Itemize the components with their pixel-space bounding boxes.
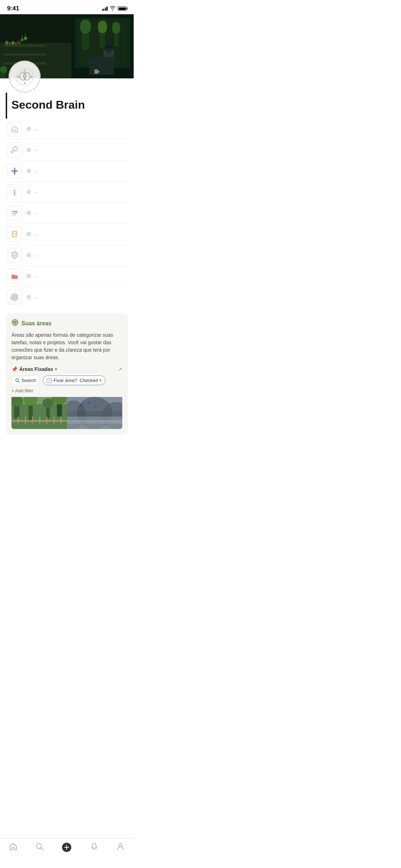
expand-icon[interactable]: ↗ [118, 366, 122, 372]
svg-rect-91 [67, 422, 123, 429]
svg-rect-55 [12, 275, 17, 279]
gear-icon[interactable]: ⚙ [26, 126, 31, 132]
svg-rect-45 [14, 172, 15, 175]
ellipsis-icon[interactable]: ··· [34, 273, 38, 279]
svg-rect-75 [11, 417, 12, 424]
shield-check-icon [11, 251, 19, 259]
filter-tag-button[interactable]: ✓ Fixar área?: Checked ▾ [43, 376, 106, 385]
svg-rect-27 [0, 66, 7, 73]
item-icon-shield[interactable] [7, 248, 22, 263]
gear-icon[interactable]: ⚙ [26, 294, 31, 300]
ellipsis-icon[interactable]: ··· [34, 147, 38, 153]
list-item: ⚙ ··· [6, 140, 128, 161]
gear-icon[interactable]: ⚙ [26, 273, 31, 279]
gear-icon[interactable]: ⚙ [26, 231, 31, 237]
item-icon-flower[interactable] [7, 164, 22, 179]
folder-icon [11, 272, 19, 280]
svg-rect-80 [46, 417, 47, 424]
list-item: ⚙ ··· [6, 245, 128, 266]
target-icon [11, 293, 19, 301]
info-card-title: Suas áreas [21, 320, 52, 327]
pinned-label[interactable]: 📌 Áreas Fixadas ▾ [11, 366, 57, 372]
svg-rect-18 [80, 20, 91, 34]
status-icons [102, 6, 127, 11]
svg-point-39 [24, 82, 26, 84]
list-item: ⚙ ··· [6, 119, 128, 140]
gear-icon[interactable]: ⚙ [26, 168, 31, 174]
item-icon-wrench[interactable] [7, 143, 22, 157]
svg-rect-76 [18, 417, 19, 424]
item-icon-home[interactable] [7, 122, 22, 136]
search-icon [15, 378, 20, 383]
ellipsis-icon[interactable]: ··· [34, 168, 38, 174]
search-label: Search [21, 378, 36, 383]
item-icon-notebook[interactable] [7, 227, 22, 242]
svg-rect-11 [21, 38, 24, 41]
svg-rect-47 [14, 192, 15, 193]
svg-rect-7 [12, 41, 14, 45]
svg-rect-77 [25, 417, 26, 424]
gear-icon[interactable]: ⚙ [26, 210, 31, 216]
notebook-icon [11, 230, 19, 238]
gear-icon[interactable]: ⚙ [26, 189, 31, 195]
item-controls: ⚙ ··· [26, 210, 38, 216]
item-icon-target[interactable] [7, 290, 22, 305]
svg-rect-20 [98, 21, 107, 33]
battery-icon [118, 6, 127, 11]
svg-point-58 [14, 296, 15, 298]
list-item: ⚙ ··· [6, 203, 128, 224]
page-title: Second Brain [6, 93, 134, 119]
svg-rect-48 [12, 211, 17, 212]
item-icon-list[interactable] [7, 206, 22, 221]
plant-icon [11, 188, 19, 196]
svg-rect-50 [12, 215, 16, 216]
svg-rect-82 [61, 417, 62, 424]
ellipsis-icon[interactable]: ··· [34, 210, 38, 216]
info-card: Suas áreas Áreas são apenas formas de ca… [6, 313, 128, 435]
svg-rect-30 [94, 69, 98, 74]
thumbnails-row [11, 397, 122, 429]
info-card-description: Áreas são apenas formas de categorizar s… [11, 331, 122, 361]
chevron-down-icon: ▾ [55, 367, 57, 372]
svg-rect-81 [53, 417, 55, 424]
checklist-icon [11, 209, 19, 217]
thumbnail-forest[interactable] [11, 397, 67, 429]
list-item: ⚙ ··· [6, 224, 128, 245]
item-controls: ⚙ ··· [26, 231, 38, 237]
search-filter-button[interactable]: Search [11, 376, 40, 385]
ellipsis-icon[interactable]: ··· [34, 231, 38, 237]
ellipsis-icon[interactable]: ··· [34, 252, 38, 258]
ellipsis-icon[interactable]: ··· [34, 294, 38, 300]
item-icon-folder[interactable] [7, 269, 22, 284]
list-item: ⚙ ··· [6, 266, 128, 287]
status-bar: 9:41 [0, 0, 134, 14]
add-filter-label: + Add filter [11, 388, 34, 393]
gear-icon[interactable]: ⚙ [26, 147, 31, 153]
svg-point-43 [11, 170, 14, 172]
svg-rect-6 [9, 42, 11, 45]
svg-rect-49 [12, 213, 17, 214]
filter-tag-label: Fixar área?: Checked [53, 378, 98, 383]
flower-icon [11, 167, 19, 175]
svg-point-36 [24, 69, 26, 72]
checkbox-icon: ✓ [47, 378, 52, 383]
item-icon-plant[interactable] [7, 185, 22, 200]
item-controls: ⚙ ··· [26, 294, 38, 300]
ellipsis-icon[interactable]: ··· [34, 189, 38, 195]
svg-point-34 [24, 72, 30, 80]
thumbnail-mist[interactable] [67, 397, 123, 429]
list-item: ⚙ ··· [6, 287, 128, 308]
add-filter-button[interactable]: + Add filter [11, 388, 34, 393]
brain-icon [15, 67, 35, 87]
gear-icon[interactable]: ⚙ [26, 252, 31, 258]
ellipsis-icon[interactable]: ··· [34, 126, 38, 132]
svg-rect-9 [17, 41, 21, 45]
svg-rect-78 [32, 417, 33, 424]
item-controls: ⚙ ··· [26, 273, 38, 279]
item-controls: ⚙ ··· [26, 252, 38, 258]
pin-icon: 📌 [11, 366, 17, 372]
home-icon [11, 125, 19, 133]
wifi-icon [110, 6, 115, 11]
svg-rect-22 [112, 22, 120, 33]
svg-rect-46 [14, 193, 16, 196]
